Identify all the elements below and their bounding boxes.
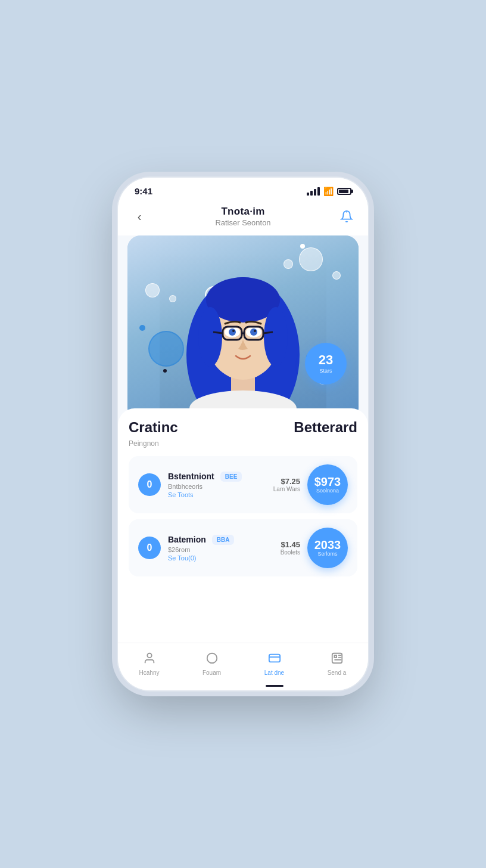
- svg-point-13: [254, 330, 256, 332]
- cards-container: 0 Bstentniont BEE Bntbhceoris Se Toots $…: [129, 456, 357, 576]
- card-2[interactable]: 0 Batemion BBA $26rom Se Tou(0) $1.45 Bo…: [129, 519, 357, 576]
- header-center: Tnota·im Ratiser Seonton: [149, 206, 337, 227]
- card-action-number-1: $973: [314, 476, 341, 488]
- nav-label-send: Send a: [328, 669, 347, 676]
- score-label: Stars: [319, 368, 332, 374]
- card-info-1: Bstentniont BEE Bntbhceoris Se Toots: [168, 472, 260, 498]
- card-link-1[interactable]: Se Toots: [168, 491, 260, 498]
- nav-item-send[interactable]: Send a: [306, 649, 368, 678]
- score-badge: 23 Stars: [305, 343, 347, 385]
- status-bar: 9:41 📶: [118, 178, 368, 200]
- card-action-1[interactable]: $973 Soolnona: [307, 464, 348, 505]
- bubble-decoration: [332, 271, 341, 280]
- profile-name-right: Betterard: [294, 419, 357, 436]
- svg-point-20: [207, 653, 217, 664]
- card-action-number-2: 2033: [314, 539, 341, 551]
- content-area: Cratinc Betterard Peingnon 0 Bstentniont…: [118, 408, 368, 643]
- card-price-label-2: Boolets: [281, 549, 300, 556]
- bubble-decoration: [139, 325, 145, 331]
- nav-label-latest: Lat dne: [264, 669, 284, 676]
- app-header: ‹ Tnota·im Ratiser Seonton: [118, 200, 368, 235]
- status-icons: 📶: [307, 187, 351, 196]
- card-link-2[interactable]: Se Tou(0): [168, 554, 260, 562]
- card-1[interactable]: 0 Bstentniont BEE Bntbhceoris Se Toots $…: [129, 456, 357, 513]
- send-nav-icon: [331, 652, 344, 667]
- card-action-2[interactable]: 2033 Serloms: [307, 528, 348, 568]
- battery-icon: [337, 188, 351, 195]
- card-circle-2: 0: [138, 537, 161, 559]
- alert-icon[interactable]: [337, 207, 356, 226]
- person-image: [160, 247, 326, 420]
- nav-item-latest[interactable]: Lat dne: [243, 649, 306, 678]
- bottom-nav: Hcahny Fouam Lat dne: [118, 643, 368, 690]
- card-price-2: $1.45: [281, 540, 300, 549]
- svg-line-17: [213, 332, 223, 333]
- forum-nav-icon: [205, 652, 219, 667]
- status-time: 9:41: [135, 186, 152, 196]
- card-subtitle-1: Bntbhceoris: [168, 483, 260, 490]
- back-button[interactable]: ‹: [130, 207, 149, 226]
- card-title-1: Bstentniont: [168, 472, 214, 481]
- svg-rect-21: [269, 655, 279, 662]
- card-info-2: Batemion BBA $26rom Se Tou(0): [168, 535, 260, 562]
- profile-name-left: Cratinc: [129, 419, 178, 436]
- card-price-label-1: Lam Wars: [273, 486, 300, 492]
- bubble-decoration: [145, 283, 160, 297]
- latest-nav-icon: [268, 652, 281, 667]
- nav-item-forum[interactable]: Fouam: [180, 649, 243, 678]
- card-badge-1: BEE: [220, 472, 242, 482]
- svg-rect-24: [334, 655, 337, 658]
- nav-active-indicator: [266, 685, 284, 687]
- profile-tagline: Peingnon: [129, 439, 357, 448]
- home-nav-icon: [143, 652, 156, 667]
- card-action-label-2: Serloms: [317, 551, 337, 557]
- phone-shell: 9:41 📶 ‹ Tnota·im Ratiser Seonton: [118, 178, 368, 690]
- svg-point-12: [232, 330, 235, 332]
- svg-line-18: [263, 332, 273, 333]
- score-number: 23: [319, 354, 333, 367]
- nav-item-home[interactable]: Hcahny: [118, 649, 180, 678]
- nav-label-home: Hcahny: [139, 669, 160, 676]
- card-action-label-1: Soolnona: [316, 488, 339, 494]
- svg-point-11: [250, 328, 257, 336]
- nav-label-forum: Fouam: [202, 669, 221, 676]
- name-row: Cratinc Betterard: [129, 419, 357, 436]
- app-subtitle: Ratiser Seonton: [149, 218, 337, 227]
- svg-point-19: [147, 653, 151, 658]
- svg-point-7: [264, 307, 288, 367]
- profile-image: 23 Stars: [127, 235, 359, 420]
- card-circle-1: 0: [138, 473, 161, 496]
- svg-point-0: [346, 212, 347, 213]
- app-title: Tnota·im: [149, 206, 337, 218]
- card-price-1: $7.25: [281, 477, 300, 486]
- card-middle-2: $1.45 Boolets: [267, 540, 300, 556]
- signal-icon: [307, 187, 320, 196]
- card-middle-1: $7.25 Lam Wars: [267, 477, 300, 492]
- wifi-icon: 📶: [323, 187, 334, 196]
- phone-screen: 9:41 📶 ‹ Tnota·im Ratiser Seonton: [118, 178, 368, 690]
- card-badge-2: BBA: [212, 535, 235, 545]
- card-title-2: Batemion: [168, 535, 206, 544]
- svg-point-6: [198, 307, 222, 367]
- svg-point-10: [229, 328, 236, 336]
- card-subtitle-2: $26rom: [168, 546, 260, 553]
